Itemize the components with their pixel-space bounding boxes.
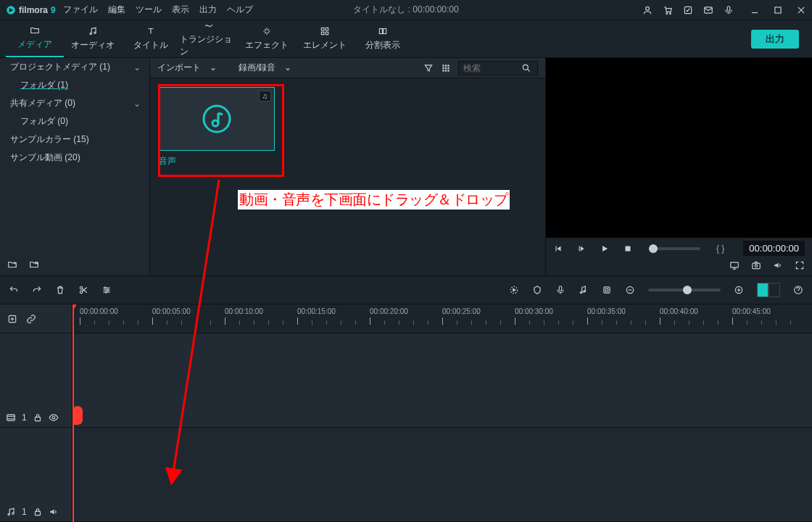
link-icon[interactable] (26, 314, 36, 324)
sidebar-item-shared-media[interactable]: 共有メディア (0)⌄ (0, 94, 149, 112)
menu-help[interactable]: ヘルプ (227, 4, 253, 16)
svg-rect-50 (559, 286, 562, 291)
ribbon-tab-split[interactable]: 分割表示 (354, 20, 412, 57)
cart-icon[interactable] (663, 5, 673, 15)
playhead[interactable] (72, 304, 74, 522)
media-clip[interactable]: ♫ 音声 (159, 87, 275, 167)
svg-point-2 (666, 12, 668, 14)
close-icon[interactable] (796, 5, 806, 15)
preview-scrubber[interactable] (649, 247, 700, 250)
snapshot-icon[interactable] (751, 260, 761, 270)
cut-icon[interactable] (78, 285, 88, 295)
media-sidebar: プロジェクトメディア (1)⌄ フォルダ (1) 共有メディア (0)⌄ フォル… (0, 58, 150, 276)
zoom-slider[interactable] (648, 289, 721, 291)
ruler-label: 00:00:45:00 (732, 307, 771, 315)
text-icon (146, 26, 156, 36)
maximize-icon[interactable] (773, 5, 783, 15)
keyframe-icon[interactable] (602, 285, 612, 295)
svg-point-33 (212, 120, 218, 126)
user-icon[interactable] (642, 5, 652, 15)
delete-icon[interactable] (55, 285, 65, 295)
display-settings-icon[interactable] (729, 260, 740, 270)
stop-icon[interactable] (623, 244, 633, 254)
menu-edit[interactable]: 編集 (108, 4, 125, 16)
video-track-header[interactable]: 1 (0, 334, 72, 428)
menu-view[interactable]: 表示 (172, 4, 189, 16)
svg-point-70 (12, 513, 14, 514)
mic-icon[interactable] (724, 5, 734, 15)
volume-icon[interactable] (773, 260, 783, 270)
svg-point-48 (105, 291, 107, 293)
speaker-icon[interactable] (49, 507, 59, 517)
svg-rect-23 (447, 65, 449, 66)
svg-rect-16 (326, 32, 328, 35)
video-track-lane[interactable] (72, 334, 812, 428)
render-icon[interactable] (509, 285, 519, 295)
annotation-text: 動画・音声を下画面にドラッグ＆ドロップ (238, 190, 510, 210)
sidebar-item-sample-video[interactable]: サンプル動画 (20) (0, 149, 149, 167)
menu-tool[interactable]: ツール (136, 4, 162, 16)
media-thumb[interactable]: ♫ (159, 87, 275, 151)
svg-rect-64 (7, 415, 15, 420)
timeline-body[interactable]: 00:00:00:0000:00:05:0000:00:10:0000:00:1… (72, 304, 812, 522)
svg-rect-21 (442, 65, 444, 66)
audio-track-lane[interactable] (72, 428, 812, 522)
ribbon-tab-effect[interactable]: エフェクト (238, 20, 296, 57)
ruler-label: 00:00:20:00 (370, 307, 408, 315)
grid-view-icon[interactable] (441, 63, 451, 73)
export-button[interactable]: 出力 (751, 30, 799, 49)
svg-rect-34 (556, 246, 557, 251)
audio-track-header[interactable]: 1 (0, 428, 72, 522)
step-back-icon[interactable] (576, 244, 587, 254)
delete-folder-icon[interactable] (29, 260, 39, 270)
zoom-in-icon[interactable] (734, 285, 744, 295)
activity-icon[interactable] (683, 5, 693, 15)
svg-point-46 (104, 287, 106, 289)
lock-icon[interactable] (33, 507, 43, 517)
eye-icon[interactable] (49, 413, 59, 423)
help-icon[interactable] (793, 285, 803, 295)
voiceover-icon[interactable] (555, 285, 566, 295)
ribbon-tab-element[interactable]: エレメント (296, 20, 354, 57)
sidebar-item-sample-color[interactable]: サンプルカラー (15) (0, 130, 149, 149)
ribbon-tab-audio[interactable]: オーディオ (64, 20, 122, 57)
sidebar-item-folder-0[interactable]: フォルダ (0) (0, 112, 149, 130)
new-folder-icon[interactable] (7, 260, 17, 270)
import-menu[interactable]: インポート ⌄ (157, 62, 217, 74)
zoom-out-icon[interactable] (625, 285, 635, 295)
sidebar-item-project-media[interactable]: プロジェクトメディア (1)⌄ (0, 58, 149, 76)
search-field[interactable] (458, 61, 538, 75)
ribbon-tab-title[interactable]: タイトル (122, 20, 180, 57)
view-toggle[interactable] (757, 283, 780, 297)
prev-frame-icon[interactable] (553, 244, 563, 254)
lock-icon[interactable] (33, 413, 43, 423)
search-input[interactable] (463, 63, 521, 73)
play-icon[interactable] (600, 244, 610, 254)
redo-icon[interactable] (32, 285, 42, 295)
media-toolbar: インポート ⌄ 録画/録音 ⌄ (150, 58, 545, 78)
menu-file[interactable]: ファイル (63, 4, 98, 16)
svg-line-31 (528, 69, 530, 71)
video-track-number: 1 (22, 413, 27, 423)
ribbon-tab-media[interactable]: メディア (6, 20, 64, 57)
chevron-down-icon: ⌄ (133, 99, 141, 109)
document-title: タイトルなし : 00:00:00:00 (353, 4, 458, 16)
record-menu[interactable]: 録画/録音 ⌄ (239, 62, 291, 74)
svg-rect-17 (379, 29, 382, 34)
filter-icon[interactable] (423, 63, 434, 73)
sidebar-item-folder-1[interactable]: フォルダ (1) (0, 76, 149, 94)
minimize-icon[interactable] (750, 5, 760, 15)
music-icon (88, 26, 98, 36)
menu-output[interactable]: 出力 (199, 4, 217, 16)
undo-icon[interactable] (9, 285, 19, 295)
marker-icon[interactable] (532, 285, 542, 295)
mail-icon[interactable] (703, 5, 713, 15)
add-track-icon[interactable] (7, 314, 17, 324)
svg-rect-35 (579, 246, 580, 251)
ribbon-tab-transition[interactable]: トランジション (180, 20, 238, 57)
fullscreen-icon[interactable] (795, 260, 805, 270)
audio-mixer-icon[interactable] (579, 285, 589, 295)
adjust-icon[interactable] (102, 285, 112, 295)
timeline-ruler[interactable]: 00:00:00:0000:00:05:0000:00:10:0000:00:1… (72, 304, 812, 334)
clip-handle[interactable] (72, 406, 83, 425)
